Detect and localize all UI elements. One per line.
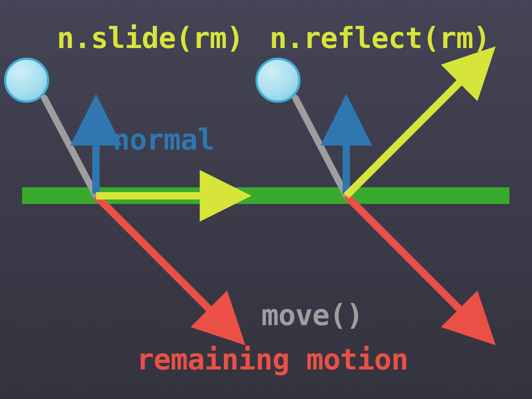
- label-reflect: n.reflect(rm): [270, 21, 490, 55]
- label-move: move(): [261, 299, 363, 332]
- collision-diagram: n.slide(rm) n.reflect(rm) normal move() …: [0, 0, 532, 399]
- reflect-vector: [346, 61, 481, 196]
- remaining-motion-left: [96, 196, 231, 331]
- ball-right: [257, 59, 299, 102]
- label-slide: n.slide(rm): [57, 21, 244, 55]
- move-trajectory-left: [44, 98, 96, 196]
- remaining-motion-right: [346, 196, 481, 331]
- label-remaining-motion: remaining motion: [137, 343, 408, 376]
- move-trajectory-right: [295, 98, 346, 196]
- label-normal: normal: [113, 123, 214, 156]
- ball-left: [5, 59, 48, 102]
